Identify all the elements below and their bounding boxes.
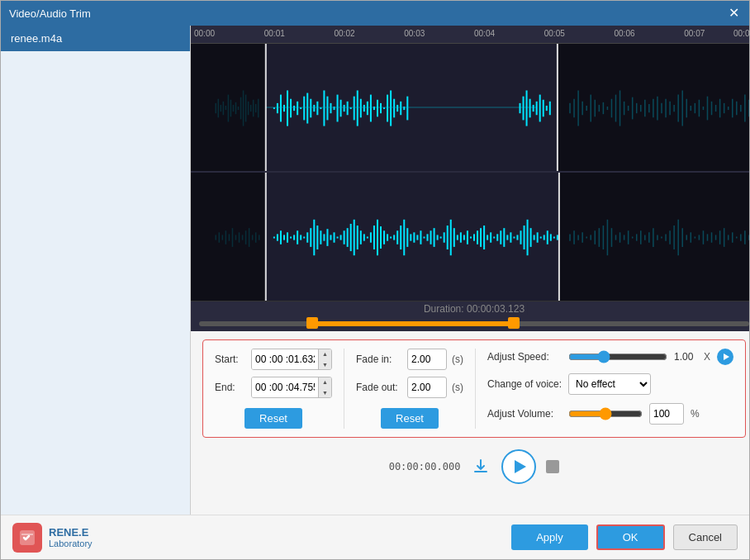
end-spin-down[interactable]: ▼ bbox=[319, 387, 331, 398]
export-icon[interactable] bbox=[470, 456, 491, 477]
fade-out-row: Fade out: (s) bbox=[356, 377, 463, 398]
start-label: Start: bbox=[215, 354, 246, 365]
start-spin-up[interactable]: ▲ bbox=[319, 349, 331, 359]
trim-range-bar bbox=[191, 318, 749, 326]
voice-row: Change of voice: No effect Male Female R… bbox=[487, 373, 733, 395]
fade-in-row: Fade in: (s) bbox=[356, 349, 463, 370]
window-title: Video/Audio Trim bbox=[9, 7, 91, 20]
start-row: Start: ▲ ▼ bbox=[215, 349, 332, 370]
divider-1 bbox=[344, 349, 344, 429]
editor-area: 00:00 00:01 00:02 00:03 00:04 00:05 00:0… bbox=[191, 26, 749, 515]
fade-in-label: Fade in: bbox=[356, 354, 402, 365]
speed-play-button[interactable] bbox=[717, 349, 733, 365]
end-input-spin: ▲ ▼ bbox=[251, 377, 332, 398]
fade-in-input[interactable] bbox=[407, 349, 447, 370]
end-input[interactable] bbox=[252, 377, 318, 397]
sidebar: renee.m4a bbox=[1, 26, 191, 515]
fade-in-unit: (s) bbox=[452, 354, 463, 365]
waveform-container: 00:00 00:01 00:02 00:03 00:04 00:05 00:0… bbox=[191, 26, 749, 331]
volume-slider[interactable] bbox=[568, 407, 643, 420]
start-input-spin: ▲ ▼ bbox=[251, 349, 332, 370]
svg-rect-71 bbox=[191, 44, 266, 171]
ruler-mark-5: 00:05 bbox=[544, 29, 565, 38]
close-button[interactable]: ✕ bbox=[727, 7, 741, 20]
logo-name: RENE.E bbox=[49, 526, 93, 539]
end-spin-up[interactable]: ▲ bbox=[319, 377, 331, 387]
ruler-mark-6: 00:06 bbox=[615, 29, 635, 38]
play-button-main[interactable] bbox=[501, 449, 536, 484]
svg-rect-222 bbox=[559, 173, 749, 301]
main-window: Video/Audio Trim ✕ renee.m4a 00:00 00:01… bbox=[0, 0, 750, 560]
voice-select[interactable]: No effect Male Female Robot Echo bbox=[568, 373, 651, 395]
ok-button[interactable]: OK bbox=[596, 524, 665, 550]
adjust-group: Adjust Speed: 1.00 X Change of voice: No… bbox=[487, 349, 733, 425]
footer-logo: RENE.E Laboratory bbox=[12, 523, 93, 553]
waveform-track-top-inner bbox=[191, 44, 749, 171]
ruler-mark-7: 00:07 bbox=[684, 29, 705, 38]
svg-rect-221 bbox=[191, 173, 266, 301]
volume-row: Adjust Volume: % bbox=[487, 403, 733, 425]
volume-unit: % bbox=[691, 408, 700, 420]
start-spin-down[interactable]: ▼ bbox=[319, 359, 331, 370]
end-row: End: ▲ ▼ bbox=[215, 377, 332, 398]
waveform-track-top bbox=[191, 44, 749, 173]
end-spin-btns: ▲ ▼ bbox=[318, 377, 331, 398]
controls-area: Start: ▲ ▼ End: bbox=[191, 331, 749, 444]
logo-icon bbox=[12, 523, 42, 553]
fade-out-input[interactable] bbox=[407, 377, 447, 398]
start-end-group: Start: ▲ ▼ End: bbox=[215, 349, 332, 429]
speed-unit: X bbox=[704, 351, 710, 363]
playback-bar: 00:00:00.000 bbox=[191, 444, 749, 487]
title-bar: Video/Audio Trim ✕ bbox=[1, 1, 749, 26]
playback-time: 00:00:00.000 bbox=[389, 461, 461, 472]
timeline-ruler: 00:00 00:01 00:02 00:03 00:04 00:05 00:0… bbox=[191, 26, 749, 44]
start-input[interactable] bbox=[252, 349, 318, 369]
duration-label: Duration: 00:00:03.123 bbox=[420, 303, 528, 315]
duration-bar-area: Duration: 00:00:03.123 bbox=[191, 301, 749, 331]
trim-selected-range bbox=[313, 321, 513, 326]
stop-button[interactable] bbox=[546, 460, 559, 473]
fade-out-unit: (s) bbox=[452, 382, 463, 393]
footer-buttons: Apply OK Cancel bbox=[511, 524, 738, 550]
volume-input[interactable] bbox=[649, 403, 684, 425]
ruler-marks: 00:00 00:01 00:02 00:03 00:04 00:05 00:0… bbox=[194, 26, 749, 44]
waveform-track-bottom bbox=[191, 173, 749, 301]
trim-handle-left[interactable] bbox=[306, 317, 318, 329]
cancel-button[interactable]: Cancel bbox=[673, 524, 738, 550]
ruler-mark-2: 00:02 bbox=[335, 29, 355, 38]
waveform-svg-bottom bbox=[191, 173, 749, 301]
voice-label: Change of voice: bbox=[487, 378, 562, 390]
ruler-mark-3: 00:03 bbox=[404, 29, 425, 38]
sidebar-item-label: renee.m4a bbox=[11, 32, 62, 45]
ruler-mark-8: 00:08 bbox=[733, 29, 749, 38]
waveform-track-bottom-inner bbox=[191, 173, 749, 301]
ruler-mark-4: 00:04 bbox=[474, 29, 495, 38]
ruler-mark-0: 00:00 bbox=[194, 29, 215, 38]
controls-box: Start: ▲ ▼ End: bbox=[202, 339, 746, 438]
reset-button-2[interactable]: Reset bbox=[381, 408, 439, 429]
speed-label: Adjust Speed: bbox=[487, 351, 562, 363]
fade-group: Fade in: (s) Fade out: (s) Reset bbox=[356, 349, 463, 429]
footer: RENE.E Laboratory Apply OK Cancel bbox=[1, 515, 749, 559]
speed-row: Adjust Speed: 1.00 X bbox=[487, 349, 733, 365]
waveform-svg-top bbox=[191, 44, 749, 171]
end-label: End: bbox=[215, 382, 246, 393]
fade-out-label: Fade out: bbox=[356, 382, 402, 393]
main-content: renee.m4a 00:00 00:01 00:02 00:03 00:04 … bbox=[1, 26, 749, 515]
speed-slider[interactable] bbox=[568, 350, 667, 363]
logo-sub: Laboratory bbox=[49, 539, 93, 548]
volume-label: Adjust Volume: bbox=[487, 408, 562, 420]
trim-handle-right[interactable] bbox=[508, 317, 520, 329]
divider-2 bbox=[475, 349, 476, 429]
waveform-tracks bbox=[191, 44, 749, 301]
ruler-mark-1: 00:01 bbox=[264, 29, 285, 38]
reset-button-1[interactable]: Reset bbox=[244, 408, 302, 429]
speed-value: 1.00 bbox=[674, 351, 697, 363]
apply-button[interactable]: Apply bbox=[511, 524, 588, 550]
logo-text: RENE.E Laboratory bbox=[49, 526, 93, 548]
start-spin-btns: ▲ ▼ bbox=[318, 349, 331, 370]
sidebar-item-renee-m4a[interactable]: renee.m4a bbox=[1, 26, 190, 51]
